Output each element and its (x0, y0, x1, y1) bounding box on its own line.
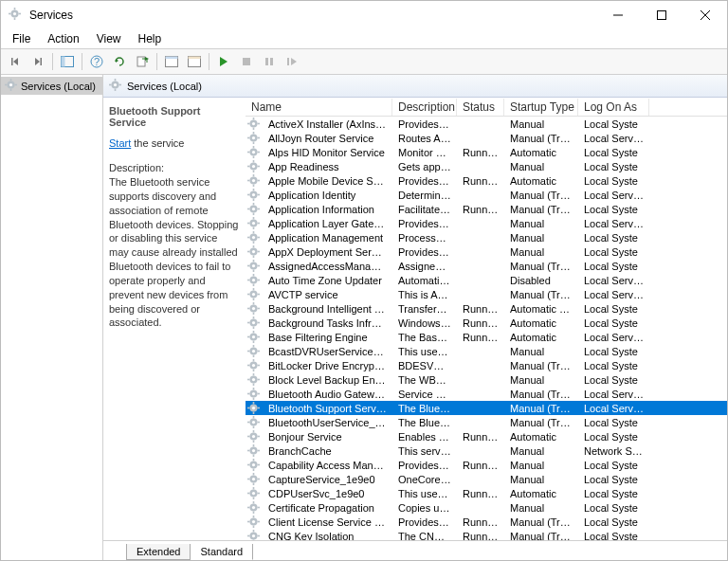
cell-description: Transfers fil… (392, 303, 457, 315)
table-row[interactable]: BranchCacheThis service …ManualNetwork S… (246, 443, 727, 458)
cell-logon: Local Service (578, 389, 649, 400)
table-row[interactable]: Bluetooth Audio Gateway S…Service sup…Ma… (246, 387, 727, 401)
table-row[interactable]: CNG Key IsolationThe CNG ke…RunningManua… (246, 529, 727, 540)
table-row[interactable]: Application ManagementProcesses in…Manua… (246, 230, 727, 244)
svg-point-38 (252, 122, 255, 125)
cell-logon: Local Syste (578, 502, 649, 514)
table-row[interactable]: Apple Mobile Device ServiceProvides th…R… (246, 173, 727, 188)
svg-point-122 (252, 321, 255, 324)
cell-description: OneCore Ca… (392, 474, 457, 485)
svg-rect-84 (258, 223, 260, 225)
cell-name: AssignedAccessManager Se… (263, 261, 392, 272)
show-hide-tree-button[interactable] (57, 51, 78, 72)
svg-rect-180 (258, 450, 260, 452)
svg-rect-89 (247, 237, 249, 239)
table-row[interactable]: App ReadinessGets apps re…ManualLocal Sy… (246, 159, 727, 173)
cell-logon: Local Service (578, 403, 649, 414)
svg-rect-171 (253, 430, 255, 432)
gear-icon (246, 302, 263, 315)
table-row[interactable]: AVCTP serviceThis is Audi…Manual (Trig…L… (246, 287, 727, 301)
refresh-button[interactable] (109, 51, 130, 72)
col-status[interactable]: Status (457, 99, 504, 116)
cell-logon: Network S… (578, 445, 649, 457)
tree-item-services-local[interactable]: Services (Local) (1, 77, 102, 95)
menu-view[interactable]: View (89, 30, 129, 47)
table-row[interactable]: Certificate PropagationCopies user …Manu… (246, 500, 727, 515)
col-logon[interactable]: Log On As (578, 99, 649, 116)
col-name[interactable]: Name (246, 99, 392, 116)
stop-service-button[interactable] (236, 51, 257, 72)
help-button[interactable]: ? (86, 51, 107, 72)
maximize-button[interactable] (640, 1, 683, 29)
table-row[interactable]: Application Layer Gateway …Provides su…M… (246, 216, 727, 230)
svg-point-62 (252, 179, 255, 182)
svg-rect-124 (253, 327, 255, 329)
help-topic-button[interactable] (184, 51, 205, 72)
table-row[interactable]: Auto Time Zone UpdaterAutomatica…Disable… (246, 273, 727, 287)
service-title: Bluetooth Support Service (109, 105, 240, 128)
svg-point-140 (252, 364, 255, 367)
table-row[interactable]: CDPUserSvc_1e9e0This user se…RunningAuto… (246, 486, 727, 500)
svg-rect-114 (258, 294, 260, 296)
cell-name: Bonjour Service (263, 431, 392, 443)
table-row[interactable]: Application InformationFacilitates t…Run… (246, 202, 727, 216)
start-link[interactable]: Start (109, 137, 131, 149)
properties-button[interactable] (161, 51, 182, 72)
svg-rect-78 (258, 208, 260, 210)
back-button[interactable] (5, 51, 26, 72)
svg-rect-184 (253, 469, 255, 471)
table-row[interactable]: Block Level Backup Engine …The WBENG…Man… (246, 372, 727, 387)
cell-logon: Local Syste (578, 161, 649, 172)
cell-name: BitLocker Drive Encryption … (263, 360, 392, 371)
menu-file[interactable]: File (5, 30, 38, 47)
cell-description: Windows in… (392, 317, 457, 329)
services-list[interactable]: Name Description Status Startup Type Log… (246, 98, 727, 540)
menu-action[interactable]: Action (40, 30, 86, 47)
table-row[interactable]: Bonjour ServiceEnables har…RunningAutoma… (246, 429, 727, 443)
table-row[interactable]: AllJoyn Router ServiceRoutes AllJo…Manua… (246, 131, 727, 145)
table-row[interactable]: BitLocker Drive Encryption …BDESVC hos…M… (246, 358, 727, 372)
table-row[interactable]: Capability Access Manager …Provides fac…… (246, 458, 727, 472)
svg-rect-29 (5, 84, 7, 86)
table-row[interactable]: AssignedAccessManager Se…AssignedAc…Manu… (246, 259, 727, 273)
description-label: Description: (109, 162, 240, 173)
table-row[interactable]: Bluetooth Support ServiceThe Bluetoo…Man… (246, 401, 727, 415)
cell-startup: Manual (Trig… (504, 204, 578, 215)
forward-button[interactable] (27, 51, 48, 72)
gear-icon (246, 402, 263, 414)
minimize-button[interactable] (596, 1, 640, 29)
restart-service-button[interactable] (282, 51, 302, 72)
cell-logon: Local Syste (578, 118, 649, 130)
table-row[interactable]: Background Intelligent Tran…Transfers fi… (246, 301, 727, 316)
svg-rect-167 (247, 422, 249, 424)
titlebar: Services (1, 1, 727, 29)
cell-status: Running (457, 460, 504, 471)
table-row[interactable]: Alps HID Monitor ServiceMonitor HI…Runni… (246, 145, 727, 159)
table-row[interactable]: Background Tasks Infrastru…Windows in…Ru… (246, 316, 727, 330)
cell-startup: Manual (504, 474, 578, 485)
cell-startup: Manual (504, 218, 578, 229)
table-row[interactable]: BluetoothUserService_1e9e0The Bluetoo…Ma… (246, 415, 727, 429)
table-row[interactable]: Application IdentityDetermines …Manual (… (246, 188, 727, 202)
menu-help[interactable]: Help (131, 30, 170, 47)
table-row[interactable]: Client License Service (ClipSProvides in… (246, 515, 727, 529)
table-row[interactable]: BcastDVRUserService_1e9e0This user se…Ma… (246, 344, 727, 358)
gear-icon (246, 231, 263, 244)
tab-extended[interactable]: Extended (126, 544, 191, 560)
close-button[interactable] (683, 1, 727, 29)
table-row[interactable]: Base Filtering EngineThe Base Fil…Runnin… (246, 330, 727, 344)
table-row[interactable]: ActiveX Installer (AxInstSV)Provides Us…… (246, 117, 727, 131)
tab-standard[interactable]: Standard (191, 544, 253, 560)
table-row[interactable]: CaptureService_1e9e0OneCore Ca…ManualLoc… (246, 472, 727, 486)
start-service-button[interactable] (213, 51, 234, 72)
table-row[interactable]: AppX Deployment Service (…Provides inf…M… (246, 244, 727, 259)
col-startup[interactable]: Startup Type (504, 99, 578, 116)
export-button[interactable] (132, 51, 153, 72)
svg-point-92 (252, 250, 255, 253)
col-description[interactable]: Description (392, 99, 457, 116)
svg-rect-48 (258, 137, 260, 139)
pause-service-button[interactable] (259, 51, 280, 72)
svg-point-194 (252, 492, 255, 495)
svg-rect-132 (258, 336, 260, 338)
cell-logon: Local Syste (578, 374, 649, 386)
